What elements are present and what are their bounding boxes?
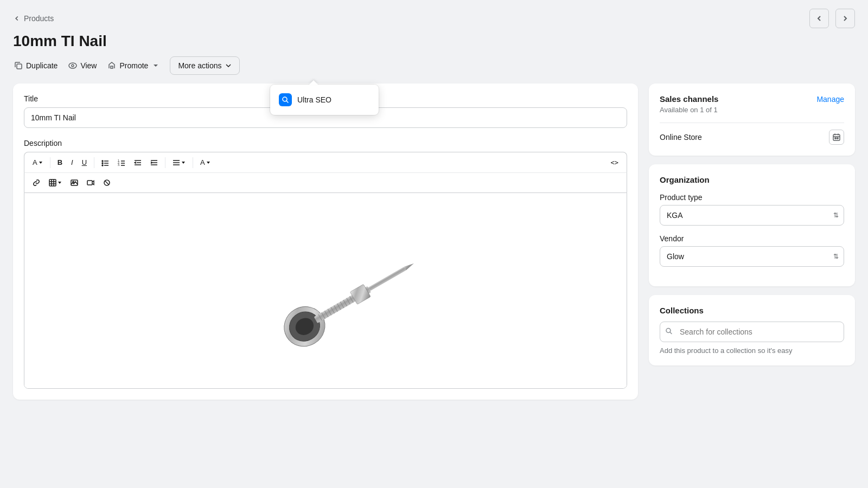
link-button[interactable] [29, 176, 44, 189]
left-panel: Title Description A B I U [13, 84, 638, 400]
more-actions-button[interactable]: More actions [170, 56, 239, 75]
toolbar: Duplicate View Promote More actions [0, 56, 868, 84]
divider-1 [660, 123, 844, 123]
sales-channels-card: Sales channels Manage Available on 1 of … [649, 84, 855, 156]
toolbar-separator-1 [50, 157, 50, 168]
description-label: Description [24, 139, 627, 147]
svg-line-35 [105, 181, 109, 185]
svg-point-9 [102, 165, 103, 166]
product-image [24, 193, 627, 388]
online-store-row: Online Store [660, 130, 844, 145]
svg-point-5 [102, 160, 103, 162]
svg-rect-63 [835, 138, 836, 139]
collections-hint: Add this product to a collection so it's… [660, 346, 844, 355]
sales-channels-subtitle: Available on 1 of 1 [660, 106, 844, 114]
toolbar-separator-4 [193, 157, 193, 168]
svg-rect-33 [87, 181, 92, 185]
italic-button[interactable]: I [67, 156, 77, 169]
page-title: 10mm TI Nail [0, 28, 868, 56]
right-panel: Sales channels Manage Available on 1 of … [649, 84, 855, 400]
unordered-list-button[interactable] [98, 156, 113, 169]
svg-marker-58 [404, 261, 415, 270]
font-style-button[interactable]: A [29, 156, 47, 169]
product-type-select[interactable]: KGA [660, 205, 844, 226]
sales-channels-title: Sales channels [660, 94, 718, 104]
code-button[interactable]: <> [607, 156, 622, 169]
more-actions-dropdown: Ultra SEO [270, 85, 379, 115]
video-button[interactable] [83, 176, 98, 189]
search-icon [665, 328, 673, 337]
svg-point-2 [72, 65, 74, 67]
nav-back-button[interactable] [809, 9, 829, 28]
ordered-list-button[interactable]: 1. 2. 3. [114, 156, 129, 169]
collections-search-input[interactable] [660, 322, 844, 342]
svg-point-1 [69, 63, 76, 68]
outdent-button[interactable] [130, 156, 145, 169]
nav-forward-button[interactable] [835, 9, 855, 28]
align-button[interactable] [169, 156, 189, 169]
collections-card: Collections Add this product to a collec… [649, 295, 855, 365]
vendor-wrapper: Glow ⇅ [660, 246, 844, 267]
collections-search-wrapper [660, 322, 844, 342]
toolbar-separator-2 [94, 157, 94, 168]
table-button[interactable] [45, 176, 66, 189]
dropdown-caret [309, 80, 318, 85]
collections-title: Collections [660, 306, 844, 315]
vendor-select[interactable]: Glow [660, 246, 844, 267]
promote-button[interactable]: Promote [106, 59, 161, 72]
calendar-icon[interactable] [829, 130, 844, 145]
organization-title: Organization [660, 175, 844, 184]
ultra-seo-item[interactable]: Ultra SEO [270, 88, 379, 112]
svg-point-7 [102, 163, 103, 164]
product-type-wrapper: KGA ⇅ [660, 205, 844, 226]
nav-arrows [809, 9, 855, 28]
product-details-card: Title Description A B I U [13, 84, 638, 400]
main-content: Title Description A B I U [0, 84, 868, 400]
organization-card: Organization Product type KGA ⇅ Vendor G… [649, 164, 855, 286]
text-color-button[interactable]: A [196, 156, 214, 169]
toolbar-separator-3 [165, 157, 165, 168]
editor-toolbar-row2 [24, 172, 627, 192]
svg-rect-0 [17, 64, 22, 69]
svg-rect-59 [833, 134, 840, 140]
svg-rect-3 [111, 66, 113, 68]
svg-text:3.: 3. [118, 163, 120, 166]
ultra-seo-icon [279, 93, 292, 106]
breadcrumb[interactable]: Products [13, 14, 54, 23]
svg-rect-26 [49, 179, 56, 186]
indent-button[interactable] [146, 156, 162, 169]
product-type-label: Product type [660, 193, 844, 202]
image-button[interactable] [67, 176, 82, 189]
editor-toolbar-row1: A B I U [24, 152, 627, 172]
block-button[interactable] [99, 176, 114, 189]
bold-button[interactable]: B [54, 156, 66, 169]
view-button[interactable]: View [67, 59, 98, 72]
underline-button[interactable]: U [78, 156, 91, 169]
svg-rect-57 [368, 267, 406, 291]
manage-link[interactable]: Manage [816, 95, 844, 104]
vendor-label: Vendor [660, 234, 844, 243]
online-store-label: Online Store [660, 133, 702, 142]
editor-body[interactable] [24, 192, 627, 389]
duplicate-button[interactable]: Duplicate [13, 59, 59, 72]
svg-rect-64 [837, 138, 838, 139]
